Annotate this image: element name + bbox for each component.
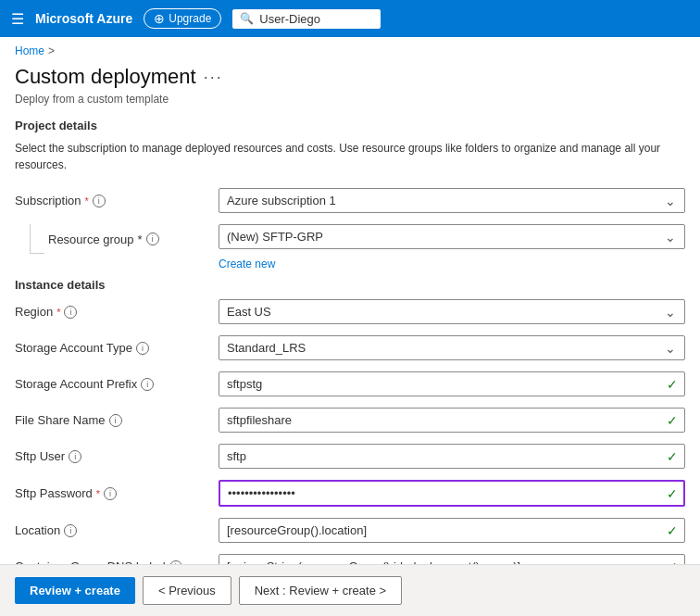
region-control: East US [219,299,685,324]
location-input[interactable] [219,518,685,543]
subscription-select-wrapper: Azure subscription 1 [219,188,685,213]
create-new-link[interactable]: Create new [219,258,685,270]
storage-account-prefix-info-icon[interactable]: i [141,378,154,391]
resource-group-required: * [138,233,143,246]
instance-details-title: Instance details [15,278,685,292]
breadcrumb-home[interactable]: Home [15,44,44,57]
subscription-label: Subscription * i [15,194,219,207]
rg-indent-line [30,224,44,254]
storage-account-prefix-wrapper: ✓ [219,371,685,396]
storage-account-prefix-control: ✓ [219,371,685,396]
upgrade-button[interactable]: ⊕ Upgrade [144,8,221,29]
sftp-password-input[interactable] [219,480,685,507]
page-title-row: Custom deployment ··· [15,65,685,89]
sftp-password-info-icon[interactable]: i [104,487,117,500]
sftp-password-row: Sftp Password * i ✓ [15,480,685,507]
sftp-password-label: Sftp Password * i [15,486,219,500]
bottom-bar: Review + create < Previous Next : Review… [0,564,700,616]
location-control: ✓ [219,518,685,543]
resource-group-row: Resource group * i (New) SFTP-GRP [15,224,685,254]
file-share-name-check-icon: ✓ [667,413,678,428]
location-wrapper: ✓ [219,518,685,543]
project-details-section: Project details Select the subscription … [15,119,685,270]
region-label: Region * i [15,305,219,319]
region-select-wrapper: East US [219,299,685,324]
resource-group-select[interactable]: (New) SFTP-GRP [219,224,685,249]
sftp-user-wrapper: ✓ [219,444,685,469]
search-icon: 🔍 [240,12,254,25]
resource-group-label: Resource group [48,233,134,246]
page-content: Custom deployment ··· Deploy from a cust… [0,65,700,616]
region-required: * [56,307,60,318]
sftp-user-row: Sftp User i ✓ [15,444,685,469]
resource-group-select-wrapper: (New) SFTP-GRP [219,224,685,249]
subscription-required: * [85,195,89,207]
project-details-title: Project details [15,119,685,132]
upgrade-label: Upgrade [169,12,211,25]
sftp-user-check-icon: ✓ [667,449,678,464]
file-share-name-label: File Share Name i [15,413,219,427]
hamburger-icon[interactable]: ☰ [11,10,24,28]
top-navigation: ☰ Microsoft Azure ⊕ Upgrade 🔍 User-Diego [0,0,700,37]
subscription-select[interactable]: Azure subscription 1 [219,188,685,213]
storage-account-type-info-icon[interactable]: i [136,342,149,355]
file-share-name-input[interactable] [219,408,685,433]
search-box[interactable]: 🔍 User-Diego [232,9,381,29]
sftp-user-label: Sftp User i [15,449,219,463]
sftp-password-wrapper: ✓ [219,480,685,507]
location-check-icon: ✓ [667,523,678,538]
resource-group-label-wrap: Resource group * i [48,233,159,246]
location-row: Location i ✓ [15,518,685,543]
location-label: Location i [15,523,219,537]
page-subtitle: Deploy from a custom template [15,93,685,106]
azure-logo: Microsoft Azure [35,11,132,26]
storage-account-prefix-input[interactable] [219,371,685,396]
storage-account-prefix-check-icon: ✓ [667,377,678,392]
breadcrumb: Home > [0,37,700,65]
storage-account-prefix-row: Storage Account Prefix i ✓ [15,371,685,396]
project-details-description: Select the subscription to manage deploy… [15,140,685,173]
file-share-name-row: File Share Name i ✓ [15,408,685,433]
storage-account-prefix-label: Storage Account Prefix i [15,377,219,391]
sftp-user-control: ✓ [219,444,685,469]
sftp-user-input[interactable] [219,444,685,469]
next-button[interactable]: Next : Review + create > [239,576,402,605]
file-share-name-info-icon[interactable]: i [109,414,122,427]
region-row: Region * i East US [15,299,685,324]
storage-account-type-row: Storage Account Type i Standard_LRS [15,335,685,360]
file-share-name-wrapper: ✓ [219,408,685,433]
sftp-password-check-icon: ✓ [667,486,678,501]
file-share-name-control: ✓ [219,408,685,433]
search-value: User-Diego [259,12,320,26]
resource-group-control: (New) SFTP-GRP [219,224,685,249]
review-create-button[interactable]: Review + create [15,577,135,604]
subscription-row: Subscription * i Azure subscription 1 [15,188,685,213]
region-select[interactable]: East US [219,299,685,324]
storage-account-type-select[interactable]: Standard_LRS [219,335,685,360]
instance-details-section: Instance details Region * i East US Stor… [15,278,685,579]
ellipsis-button[interactable]: ··· [204,68,223,87]
region-info-icon[interactable]: i [64,306,77,319]
upgrade-icon: ⊕ [154,11,165,26]
resource-group-info-icon[interactable]: i [146,233,159,245]
location-info-icon[interactable]: i [64,524,77,537]
storage-account-type-select-wrapper: Standard_LRS [219,335,685,360]
subscription-info-icon[interactable]: i [93,195,106,207]
previous-button[interactable]: < Previous [143,576,231,605]
sftp-password-control: ✓ [219,480,685,507]
page-title: Custom deployment [15,65,196,89]
sftp-password-required: * [96,488,100,499]
sftp-user-info-icon[interactable]: i [69,450,81,463]
resource-group-indent: Resource group * i [15,224,219,254]
storage-account-type-control: Standard_LRS [219,335,685,360]
subscription-control: Azure subscription 1 [219,188,685,213]
storage-account-type-label: Storage Account Type i [15,341,219,355]
breadcrumb-separator: > [48,44,55,57]
